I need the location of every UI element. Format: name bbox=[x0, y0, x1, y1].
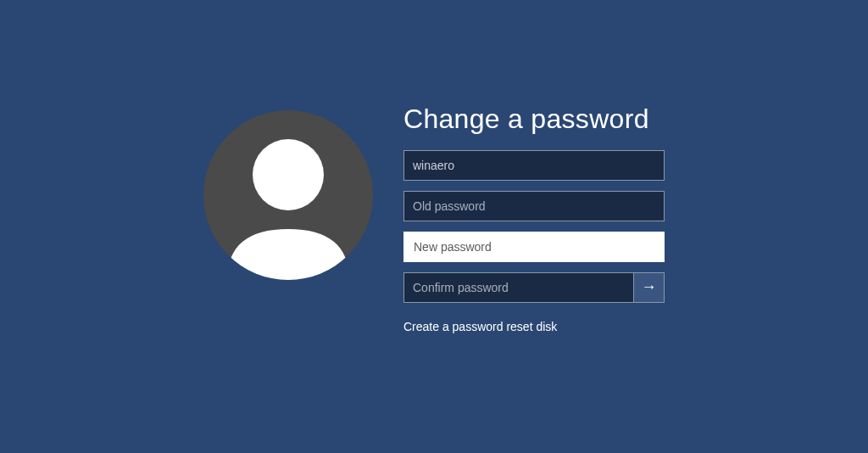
change-password-panel: Change a password → Create a password re… bbox=[203, 103, 665, 333]
confirm-row: → bbox=[403, 272, 665, 303]
old-password-field[interactable] bbox=[403, 191, 665, 221]
page-title: Change a password bbox=[403, 103, 665, 135]
reset-disk-link[interactable]: Create a password reset disk bbox=[403, 320, 665, 333]
person-icon bbox=[203, 110, 373, 280]
username-field[interactable] bbox=[403, 150, 665, 181]
new-password-field[interactable] bbox=[403, 232, 665, 262]
svg-point-0 bbox=[253, 139, 324, 210]
password-form: Change a password → Create a password re… bbox=[403, 103, 665, 333]
submit-button[interactable]: → bbox=[634, 272, 665, 303]
arrow-right-icon: → bbox=[642, 278, 657, 296]
confirm-password-field[interactable] bbox=[403, 272, 634, 303]
user-avatar bbox=[203, 110, 373, 280]
